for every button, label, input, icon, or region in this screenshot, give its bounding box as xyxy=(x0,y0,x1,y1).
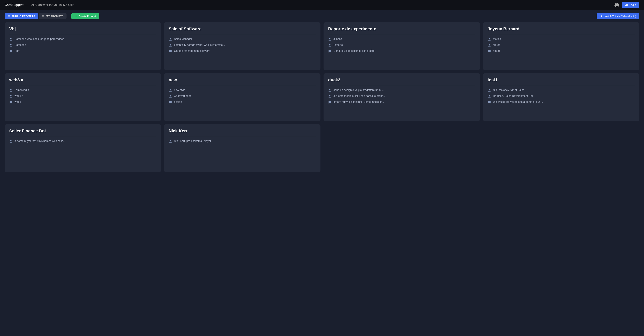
card-item-text: We would like you to see a demo of our .… xyxy=(493,100,635,103)
card-item: new style xyxy=(169,88,316,92)
prompt-card[interactable]: newnew stylewhat you needdesign xyxy=(164,73,320,121)
person-icon xyxy=(488,95,491,98)
chat-icon xyxy=(488,50,491,53)
login-label: Login xyxy=(630,4,636,7)
chat-icon xyxy=(9,101,13,104)
toolbar-left: PUBLIC PROMPTS MY PROMPTS Create Prompt xyxy=(4,13,99,19)
person-icon xyxy=(328,44,332,47)
card-item-text: a home buyer that buys homes with selle.… xyxy=(14,139,156,143)
person-icon xyxy=(9,38,13,41)
public-prompts-tab[interactable]: PUBLIC PROMPTS xyxy=(4,13,38,19)
card-item-text: new style xyxy=(174,88,316,92)
card-item: Sales Manager xyxy=(169,37,316,41)
card-item-text: sono un design e voglio progettare un nu… xyxy=(334,88,475,92)
card-item: all'uomo medio a colui che passa la prop… xyxy=(328,94,475,98)
card-item-text: Jimena xyxy=(334,37,475,41)
my-prompts-label: MY PROMPTS xyxy=(46,15,64,18)
card-title: Sale of Software xyxy=(169,27,316,32)
card-title: Seller Finance Bot xyxy=(9,129,156,134)
chat-icon xyxy=(328,101,332,104)
card-item-text: Harrison, Sales Development Rep xyxy=(493,94,635,97)
card-item: smurf xyxy=(488,43,635,47)
card-item: Conductividad electrica con grafito xyxy=(328,49,475,53)
card-divider xyxy=(9,34,156,34)
card-divider xyxy=(169,85,316,85)
chat-icon xyxy=(488,101,491,104)
card-divider xyxy=(9,85,156,85)
prompt-card[interactable]: web3 ai am web3 aweb3 rweb3 xyxy=(4,73,161,121)
person-icon xyxy=(9,95,13,98)
card-divider xyxy=(169,34,316,34)
card-divider xyxy=(328,34,475,34)
prompt-card[interactable]: VhjSomeone who loook for good porn video… xyxy=(4,22,161,70)
card-item-text: web3 xyxy=(14,100,156,103)
card-item-text: amurf xyxy=(493,49,635,52)
card-item-text: Experto xyxy=(334,43,475,47)
card-item-text: Nick Maloney, VP of Sales xyxy=(493,88,635,92)
person-icon xyxy=(328,95,332,98)
watch-tutorial-label: Watch Tutorial Video (2 min) xyxy=(605,15,636,18)
card-item: design xyxy=(169,100,316,104)
prompt-card[interactable]: duck2sono un design e voglio progettare … xyxy=(324,73,480,121)
card-item-text: potentially garage owner who is interest… xyxy=(174,43,316,47)
card-item: Porn xyxy=(9,49,156,53)
card-item-text: Porn xyxy=(14,49,156,52)
card-item-text: web3 r xyxy=(14,94,156,97)
discord-icon[interactable] xyxy=(614,2,620,8)
card-item-text: all'uomo medio a colui che passa la prop… xyxy=(334,94,475,97)
card-item: Harrison, Sales Development Rep xyxy=(488,94,635,98)
watch-tutorial-button[interactable]: Watch Tutorial Video (2 min) xyxy=(597,13,640,19)
public-prompts-label: PUBLIC PROMPTS xyxy=(12,15,35,18)
logo-text: ChatSuggest xyxy=(4,3,24,7)
card-divider xyxy=(488,34,635,34)
card-item-text: i am web3 a xyxy=(14,88,156,92)
prompt-card[interactable]: Sale of SoftwareSales Managerpotentially… xyxy=(164,22,320,70)
card-item: Someone xyxy=(9,43,156,47)
prompts-grid: VhjSomeone who loook for good porn video… xyxy=(0,22,644,177)
card-item-text: Conductividad electrica con grafito xyxy=(334,49,475,52)
create-prompt-button[interactable]: Create Prompt xyxy=(71,13,99,19)
prompt-card[interactable]: Reporte de experimentoJimenaExpertoCondu… xyxy=(324,22,480,70)
card-item-text: Sales Manager xyxy=(174,37,316,41)
card-item-text: creare nuovi bisogni per l'uomo medio cr… xyxy=(334,100,475,103)
card-divider xyxy=(328,85,475,85)
card-item: Nick Maloney, VP of Sales xyxy=(488,88,635,92)
prompt-card[interactable]: test1Nick Maloney, VP of SalesHarrison, … xyxy=(483,73,640,121)
card-item: Someone who loook for good porn videos xyxy=(9,37,156,41)
card-title: new xyxy=(169,78,316,83)
chat-icon xyxy=(9,50,13,53)
card-item: Mathis xyxy=(488,37,635,41)
card-item-text: Mathis xyxy=(493,37,635,41)
card-item: Jimena xyxy=(328,37,475,41)
card-title: Nick Kerr xyxy=(169,129,316,134)
login-button[interactable]: Login xyxy=(622,2,640,8)
person-icon xyxy=(9,89,13,92)
create-prompt-label: Create Prompt xyxy=(78,15,96,18)
my-prompts-tab[interactable]: MY PROMPTS xyxy=(39,13,66,19)
prompt-card[interactable]: Joyeux BernardMathissmurfamurf xyxy=(483,22,640,70)
card-item: web3 xyxy=(9,100,156,104)
prompt-card[interactable]: Nick KerrNick Kerr, pro basketball playe… xyxy=(164,124,320,172)
person-icon xyxy=(9,140,13,143)
person-icon xyxy=(488,44,491,47)
card-item: what you need xyxy=(169,94,316,98)
card-item: Nick Kerr, pro basketball player xyxy=(169,139,316,143)
card-divider xyxy=(488,85,635,85)
prompt-card[interactable]: Seller Finance Bota home buyer that buys… xyxy=(4,124,161,172)
toolbar: PUBLIC PROMPTS MY PROMPTS Create Prompt … xyxy=(0,10,644,22)
person-icon xyxy=(169,44,172,47)
person-icon xyxy=(488,89,491,92)
card-title: web3 a xyxy=(9,78,156,83)
person-icon xyxy=(328,89,332,92)
card-item-text: Someone who loook for good porn videos xyxy=(14,37,156,41)
person-icon xyxy=(169,95,172,98)
person-icon xyxy=(169,140,172,143)
card-title: test1 xyxy=(488,78,635,83)
card-item-text: design xyxy=(174,100,316,103)
card-item: We would like you to see a demo of our .… xyxy=(488,100,635,104)
logo-tagline: Let AI answer for you in live calls xyxy=(30,3,74,7)
card-item: potentially garage owner who is interest… xyxy=(169,43,316,47)
card-divider xyxy=(169,136,316,136)
chat-icon xyxy=(328,50,332,53)
card-divider xyxy=(9,136,156,136)
